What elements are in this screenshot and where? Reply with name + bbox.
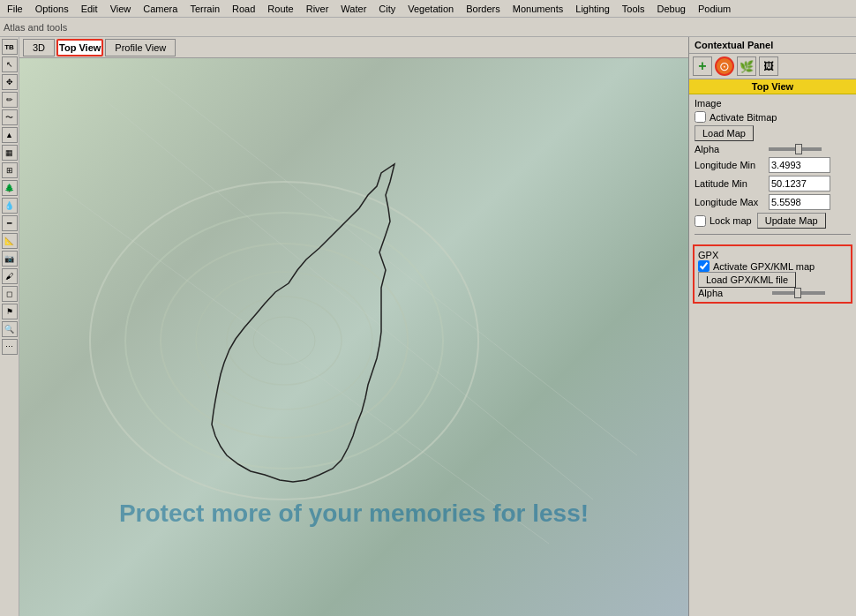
svg-point-5 [253, 317, 315, 364]
lock-map-checkbox-row: Lock map [695, 215, 752, 227]
image-section-header: Image [695, 98, 851, 109]
tool-area[interactable]: ▦ [2, 145, 18, 161]
panel-tree-btn[interactable]: 🌿 [737, 56, 756, 76]
map-viewport[interactable]: Protect more of your memories for less! [19, 58, 688, 616]
latitude-min-label: Latitude Min [695, 178, 765, 189]
activate-bitmap-checkbox[interactable] [695, 111, 706, 123]
gpx-alpha-label: Alpha [698, 288, 769, 298]
menu-route[interactable]: Route [262, 2, 298, 16]
activate-gpx-checkbox[interactable] [698, 260, 710, 272]
menu-water[interactable]: Water [335, 2, 372, 16]
tabbar: 3D Top View Profile View [19, 37, 688, 58]
load-map-button[interactable]: Load Map [695, 125, 754, 141]
tool-water[interactable]: 💧 [2, 198, 18, 214]
lock-map-row: Lock map Update Map [695, 213, 851, 229]
map-svg [19, 58, 688, 616]
menu-view[interactable]: View [105, 2, 137, 16]
menu-edit[interactable]: Edit [76, 2, 103, 16]
tool-grid[interactable]: ⊞ [2, 162, 18, 178]
load-map-row: Load Map [695, 125, 851, 141]
menu-monuments[interactable]: Monuments [507, 2, 568, 16]
gpx-section: GPX Activate GPX/KML map Load GPX/KML fi… [693, 244, 852, 304]
panel-icons: + ⊙ 🌿 🖼 [689, 54, 856, 79]
left-toolbar: TB ↖ ✥ ✏ 〜 ▲ ▦ ⊞ 🌲 💧 ━ 📐 📷 🖌 ◻ ⚑ 🔍 ⋯ [0, 37, 19, 616]
panel-sphere-btn[interactable]: ⊙ [715, 56, 734, 76]
longitude-max-label: Longitude Max [695, 197, 765, 207]
main-layout: TB ↖ ✥ ✏ 〜 ▲ ▦ ⊞ 🌲 💧 ━ 📐 📷 🖌 ◻ ⚑ 🔍 ⋯ 3D … [0, 37, 856, 616]
gpx-alpha-slider[interactable] [772, 291, 825, 295]
longitude-min-label: Longitude Min [695, 160, 765, 170]
tool-flag[interactable]: ⚑ [2, 304, 18, 319]
svg-point-2 [161, 244, 408, 438]
right-panel: Contextual Panel + ⊙ 🌿 🖼 Top View Image … [688, 37, 856, 616]
menu-options[interactable]: Options [30, 2, 74, 16]
alpha-slider[interactable] [769, 147, 822, 151]
tab-top-view[interactable]: Top View [56, 39, 103, 56]
image-label: Image [695, 98, 765, 109]
gpx-header: GPX [698, 250, 847, 260]
menu-vegetation[interactable]: Vegetation [402, 2, 459, 16]
activate-bitmap-label: Activate Bitmap [710, 112, 777, 123]
tool-pencil[interactable]: ✏ [2, 92, 18, 108]
tool-road[interactable]: ━ [2, 215, 18, 231]
svg-point-4 [227, 297, 342, 385]
gpx-label: GPX [698, 250, 769, 260]
alpha-slider-thumb[interactable] [795, 144, 802, 154]
load-gpx-button[interactable]: Load GPX/KML file [698, 272, 796, 288]
panel-add-btn[interactable]: + [693, 56, 712, 76]
longitude-max-input[interactable] [769, 194, 830, 210]
toolbar-area: Atlas and tools [0, 18, 856, 37]
panel-title: Contextual Panel [689, 37, 856, 54]
menu-river[interactable]: River [301, 2, 334, 16]
section-divider [695, 234, 851, 235]
menu-lighting[interactable]: Lighting [570, 2, 615, 16]
tool-tree[interactable]: 🌲 [2, 180, 18, 196]
latitude-min-input[interactable] [769, 176, 830, 192]
menu-file[interactable]: File [2, 2, 28, 16]
tab-profile-view[interactable]: Profile View [105, 39, 176, 56]
tool-camera[interactable]: 📷 [2, 251, 18, 267]
lock-map-label: Lock map [710, 215, 752, 226]
center-area: 3D Top View Profile View [19, 37, 688, 616]
svg-line-6 [108, 102, 593, 500]
activate-gpx-row: Activate GPX/KML map [698, 260, 847, 272]
svg-point-1 [125, 213, 443, 469]
tool-zoom[interactable]: 🔍 [2, 321, 18, 337]
gpx-alpha-slider-thumb[interactable] [794, 288, 801, 298]
tool-move[interactable]: ✥ [2, 74, 18, 90]
tool-terrain[interactable]: ▲ [2, 127, 18, 143]
update-map-button[interactable]: Update Map [757, 213, 826, 229]
panel-content: Image Activate Bitmap Load Map Alpha Lon… [689, 94, 856, 241]
menu-city[interactable]: City [373, 2, 401, 16]
tool-path[interactable]: 〜 [2, 109, 18, 125]
svg-point-0 [90, 182, 478, 500]
longitude-min-input[interactable] [769, 157, 830, 173]
activate-gpx-label: Activate GPX/KML map [713, 261, 815, 272]
panel-photo-btn[interactable]: 🖼 [759, 56, 778, 76]
tool-tb[interactable]: TB [2, 39, 18, 55]
menu-debug[interactable]: Debug [652, 2, 691, 16]
longitude-min-row: Longitude Min [695, 157, 851, 173]
menu-tools[interactable]: Tools [617, 2, 650, 16]
activate-bitmap-row: Activate Bitmap [695, 111, 851, 123]
menubar: File Options Edit View Camera Terrain Ro… [0, 0, 856, 18]
menu-podium[interactable]: Podium [693, 2, 736, 16]
longitude-max-row: Longitude Max [695, 194, 851, 210]
panel-section-title: Top View [689, 79, 856, 94]
tool-extra[interactable]: ⋯ [2, 339, 18, 355]
lock-map-checkbox[interactable] [695, 215, 706, 227]
tool-brush[interactable]: 🖌 [2, 268, 18, 284]
menu-camera[interactable]: Camera [138, 2, 183, 16]
menu-terrain[interactable]: Terrain [184, 2, 225, 16]
alpha-row: Alpha [695, 144, 851, 154]
menu-borders[interactable]: Borders [461, 2, 506, 16]
toolbar-label: Atlas and tools [4, 22, 67, 33]
menu-road[interactable]: Road [227, 2, 260, 16]
tab-3d[interactable]: 3D [23, 39, 55, 56]
tool-cursor[interactable]: ↖ [2, 56, 18, 72]
alpha-slider-container [769, 147, 822, 151]
tool-select[interactable]: ◻ [2, 286, 18, 302]
tool-measure[interactable]: 📐 [2, 233, 18, 249]
load-gpx-row: Load GPX/KML file [698, 272, 847, 288]
gpx-alpha-slider-container [772, 291, 825, 295]
